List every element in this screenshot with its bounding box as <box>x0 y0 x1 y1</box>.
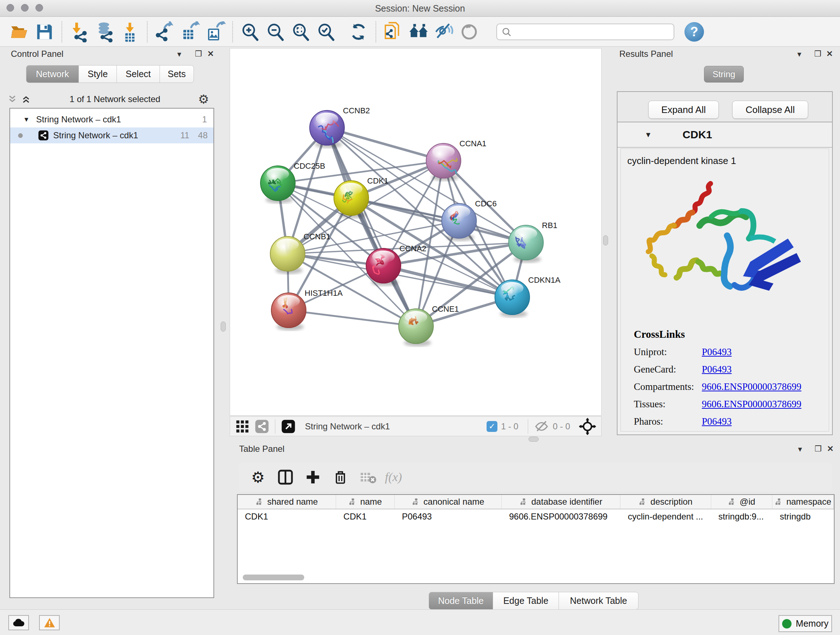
table-row[interactable]: CDK1CDK1P064939606.ENSP00000378699cyclin… <box>238 509 834 524</box>
network-node-ccne1[interactable]: CCNE1 <box>399 304 459 347</box>
node-gloss-highlight <box>405 311 427 323</box>
hidden-eye-icon[interactable] <box>534 419 549 434</box>
window-title: Session: New Session <box>0 3 840 14</box>
network-node-rb1[interactable]: RB1 <box>508 221 557 263</box>
tab-network[interactable]: Network <box>26 65 79 83</box>
crosslink-link[interactable]: P06493 <box>702 364 732 375</box>
table-panel-collapse-icon[interactable]: ▾ <box>798 445 802 454</box>
left-splitter-handle[interactable] <box>221 321 226 332</box>
delete-table-icon <box>357 467 378 487</box>
network-row-selected[interactable]: String Network – cdk1 11 48 <box>10 127 213 143</box>
collapse-all-chevron-icon[interactable] <box>6 94 18 105</box>
grid-view-icon[interactable] <box>235 419 249 434</box>
delete-column-trash-icon[interactable] <box>330 467 351 487</box>
export-network-icon[interactable] <box>154 21 175 42</box>
open-session-icon[interactable] <box>9 21 30 42</box>
column-header-name[interactable]: name <box>336 495 395 509</box>
tab-node-table[interactable]: Node Table <box>429 592 493 610</box>
refresh-icon[interactable] <box>348 21 369 42</box>
results-panel-float-icon[interactable]: ❒ <box>814 49 821 59</box>
tree-expand-icon[interactable]: ▼ <box>23 116 30 124</box>
crosslink-link[interactable]: 9606.ENSP00000378699 <box>702 399 801 410</box>
status-bar: Memory <box>0 609 840 635</box>
import-network-from-database-icon[interactable] <box>94 21 115 42</box>
zoom-in-icon[interactable] <box>240 21 261 42</box>
results-panel-collapse-icon[interactable]: ▾ <box>797 50 801 59</box>
network-node-cdk1[interactable]: CDK1 <box>334 176 388 218</box>
birdseye-crosshair-icon[interactable] <box>579 418 596 435</box>
warnings-button[interactable] <box>39 615 60 630</box>
control-panel-title: Control Panel <box>11 49 63 59</box>
table-panel-float-icon[interactable]: ❒ <box>815 444 822 454</box>
network-view-canvas[interactable]: CCNB2CCNA1CDC25BCDK1CDC6RB1CCNB1CCNA2CDK… <box>230 48 602 416</box>
horizontal-scrollbar-thumb[interactable] <box>243 575 304 580</box>
crosslink-link[interactable]: 9606.ENSP00000378699 <box>702 381 801 393</box>
network-node-ccna2[interactable]: CCNA2 <box>366 244 426 286</box>
protein-detail-box: ▼ CDK1 cyclin-dependent kinase 1 <box>617 122 833 435</box>
homes-icon[interactable] <box>408 21 429 42</box>
control-panel-float-icon[interactable]: ❒ <box>195 49 202 59</box>
crosslink-link[interactable]: P06493 <box>702 416 732 427</box>
tab-sets[interactable]: Sets <box>159 65 194 83</box>
network-collection-row[interactable]: ▼ String Network – cdk1 1 <box>10 111 213 127</box>
column-header-shared-name[interactable]: shared name <box>238 495 336 509</box>
search-input[interactable] <box>496 24 674 40</box>
cloud-icon <box>13 618 25 627</box>
column-header-canonical-name[interactable]: canonical name <box>395 495 502 509</box>
network-share-icon[interactable] <box>255 419 269 434</box>
export-table-icon[interactable] <box>180 21 201 42</box>
expand-all-button[interactable]: Expand All <box>648 101 719 119</box>
node-gloss-highlight <box>276 239 299 251</box>
right-splitter-handle[interactable] <box>603 235 608 245</box>
zoom-fit-icon[interactable] <box>290 21 311 42</box>
column-header-@id[interactable]: @id <box>711 495 773 509</box>
section-expand-icon[interactable]: ▼ <box>645 131 652 139</box>
network-node-cdkn1a[interactable]: CDKN1A <box>495 276 561 318</box>
crosslink-link[interactable]: P06493 <box>702 347 732 358</box>
memory-button[interactable]: Memory <box>778 615 832 632</box>
network-graph[interactable]: CCNB2CCNA1CDC25BCDK1CDC6RB1CCNB1CCNA2CDK… <box>230 49 601 415</box>
collapse-all-button[interactable]: Collapse All <box>732 101 808 119</box>
tab-select[interactable]: Select <box>117 65 160 83</box>
import-table-icon[interactable] <box>119 21 141 42</box>
open-in-new-window-icon[interactable] <box>281 419 295 434</box>
selected-checkbox-icon[interactable]: ✓ <box>486 421 497 432</box>
column-header-description[interactable]: description <box>621 495 711 509</box>
gear-icon[interactable]: ⚙ <box>198 92 209 106</box>
results-panel: Results Panel ▾ ❒ ✕ String Expand All Co… <box>613 48 840 440</box>
save-session-icon[interactable] <box>34 21 55 42</box>
tab-edge-table[interactable]: Edge Table <box>493 592 559 610</box>
control-panel: Control Panel ▾ ❒ ✕ NetworkStyleSelectSe… <box>3 48 214 601</box>
graphics-details-icon[interactable] <box>459 21 480 42</box>
import-network-icon[interactable] <box>69 21 90 42</box>
clone-network-icon[interactable] <box>383 21 404 42</box>
results-panel-title: Results Panel <box>619 49 673 59</box>
network-edge-hist1h1a-ccne1[interactable] <box>289 310 416 326</box>
table-settings-gear-icon[interactable]: ⚙ <box>248 467 268 487</box>
tab-style[interactable]: Style <box>79 65 117 83</box>
column-header-namespace[interactable]: namespace <box>772 495 834 509</box>
results-panel-close-icon[interactable]: ✕ <box>826 49 833 59</box>
expand-all-chevron-icon[interactable] <box>20 94 32 105</box>
hide-panels-eye-icon[interactable] <box>433 21 454 42</box>
tab-network-table[interactable]: Network Table <box>559 592 638 610</box>
network-node-cdc6[interactable]: CDC6 <box>442 199 497 241</box>
tab-string[interactable]: String <box>704 66 744 82</box>
cloud-status-button[interactable] <box>8 615 29 630</box>
protein-section-header[interactable]: ▼ CDK1 <box>617 122 832 148</box>
add-column-icon[interactable] <box>302 467 324 487</box>
network-node-ccnb2[interactable]: CCNB2 <box>309 106 370 148</box>
node-label-cdk1: CDK1 <box>367 176 388 185</box>
control-panel-collapse-icon[interactable]: ▾ <box>177 50 181 59</box>
column-header-database-identifier[interactable]: database identifier <box>502 495 621 509</box>
help-button[interactable]: ? <box>684 22 704 42</box>
crosslink-row: Tissues:9606.ENSP00000378699 <box>634 399 801 410</box>
control-panel-close-icon[interactable]: ✕ <box>207 49 214 59</box>
zoom-selected-icon[interactable] <box>316 21 336 42</box>
export-image-icon[interactable] <box>205 21 226 42</box>
table-panel-close-icon[interactable]: ✕ <box>827 444 834 454</box>
show-columns-icon[interactable] <box>275 467 296 487</box>
network-node-hist1h1a[interactable]: HIST1H1A <box>271 288 343 331</box>
zoom-out-icon[interactable] <box>265 21 286 42</box>
search-icon <box>501 27 512 38</box>
